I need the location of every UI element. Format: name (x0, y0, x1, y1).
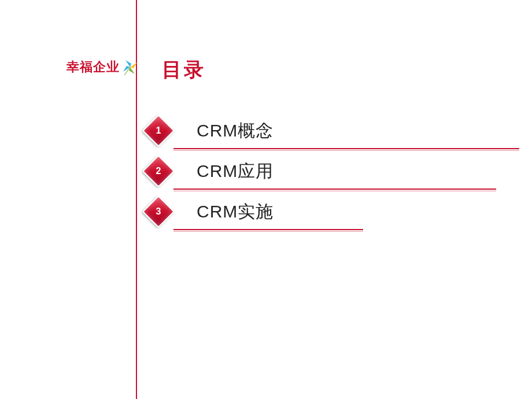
toc-label: CRM实施 (197, 200, 274, 224)
toc-label: CRM概念 (197, 119, 274, 143)
number-diamond-icon: 2 (143, 156, 173, 186)
number-diamond-icon: 1 (143, 116, 173, 146)
underline (173, 229, 363, 230)
table-of-contents: 1 CRM概念 2 CRM应用 3 CRM实施 (143, 116, 496, 237)
toc-number: 1 (156, 125, 161, 136)
number-diamond-icon: 3 (143, 197, 173, 227)
pinwheel-icon (121, 58, 139, 76)
toc-item-2: 2 CRM应用 (143, 156, 496, 186)
toc-number: 2 (156, 166, 161, 176)
toc-item-1: 1 CRM概念 (143, 116, 496, 146)
toc-label: CRM应用 (197, 160, 274, 183)
toc-item-3: 3 CRM实施 (143, 197, 496, 227)
logo-text: 幸福企业 (66, 58, 120, 76)
toc-number: 3 (156, 206, 161, 217)
logo: 幸福企业 (66, 58, 139, 76)
underline (173, 189, 496, 190)
underline (173, 148, 519, 149)
page-title: 目录 (162, 57, 206, 83)
